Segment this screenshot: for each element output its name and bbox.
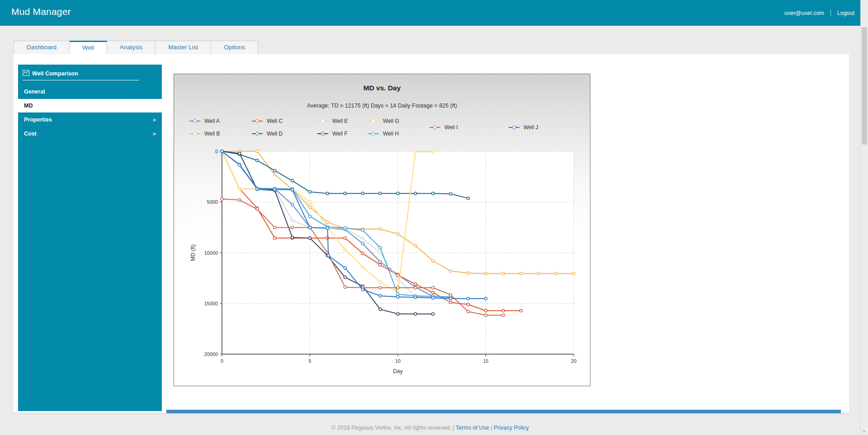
chevron-right-icon: ▶ — [153, 113, 156, 126]
svg-text:0: 0 — [221, 358, 223, 364]
user-email: user@user.com — [784, 10, 824, 16]
horizontal-scrollbar-thumb[interactable] — [166, 410, 841, 413]
svg-text:15000: 15000 — [204, 301, 218, 306]
svg-text:0: 0 — [215, 149, 218, 154]
privacy-policy-link[interactable]: Privacy Policy — [494, 425, 529, 431]
svg-text:Day: Day — [393, 368, 402, 374]
chevron-right-icon: ▶ — [153, 127, 156, 140]
sidebar-section-title: Well Comparison — [32, 70, 78, 77]
tab-master-list[interactable]: Master List — [156, 41, 211, 55]
header-separator — [830, 9, 831, 16]
tab-dashboard[interactable]: Dashboard — [14, 41, 70, 55]
svg-text:10: 10 — [395, 358, 401, 364]
content-panel: Well Comparison General MD Properties ▶ … — [14, 54, 849, 412]
main-tab-bar: Dashboard Well Analysis Master List Opti… — [14, 41, 258, 55]
sidebar-divider — [23, 80, 139, 80]
page-footer: © 2018 Pegasus Vertex, Inc. All rights r… — [0, 425, 860, 431]
svg-text:20: 20 — [571, 358, 576, 364]
vertical-scrollbar[interactable]: ⌄ — [860, 0, 868, 435]
sidebar-item-label: General — [24, 89, 45, 95]
sidebar-item-md[interactable]: MD — [18, 99, 162, 112]
svg-text:15: 15 — [483, 358, 488, 364]
footer-separator: | — [491, 425, 492, 431]
svg-text:5: 5 — [308, 358, 311, 364]
app-header: Mud Manager user@user.com Logout — [0, 0, 868, 26]
footer-separator: | — [453, 425, 454, 431]
sidebar-item-cost[interactable]: Cost ▶ — [18, 127, 162, 140]
line-chart-icon — [23, 70, 29, 77]
tab-options[interactable]: Options — [211, 41, 258, 55]
copyright-text: © 2018 Pegasus Vertex, Inc. All rights r… — [331, 425, 451, 431]
scrollbar-down-arrow-icon[interactable]: ⌄ — [862, 427, 866, 433]
sidebar-item-label: Cost — [24, 131, 37, 137]
logout-link[interactable]: Logout — [837, 10, 854, 16]
svg-text:10000: 10000 — [204, 250, 218, 256]
tab-analysis[interactable]: Analysis — [107, 41, 156, 55]
tab-well[interactable]: Well — [70, 41, 107, 55]
sidebar-item-properties[interactable]: Properties ▶ — [18, 113, 162, 126]
app-title: Mud Manager — [11, 6, 71, 17]
terms-of-use-link[interactable]: Terms of Use — [456, 425, 489, 431]
md-vs-day-chart: MD vs. Day Average: TD = 12175 (ft) Days… — [174, 74, 590, 386]
sidebar: Well Comparison General MD Properties ▶ … — [18, 65, 162, 411]
sidebar-section-header: Well Comparison — [18, 65, 162, 77]
sidebar-item-general[interactable]: General — [18, 85, 162, 98]
svg-text:20000: 20000 — [204, 351, 218, 357]
header-user-area: user@user.com Logout — [784, 9, 854, 16]
panel-bottom-divider — [14, 414, 849, 414]
sidebar-item-label: Properties — [24, 117, 52, 123]
svg-text:5000: 5000 — [207, 199, 218, 205]
svg-text:MD (ft): MD (ft) — [190, 244, 196, 261]
vertical-scrollbar-thumb[interactable] — [862, 27, 867, 145]
sidebar-item-label: MD — [24, 103, 33, 109]
